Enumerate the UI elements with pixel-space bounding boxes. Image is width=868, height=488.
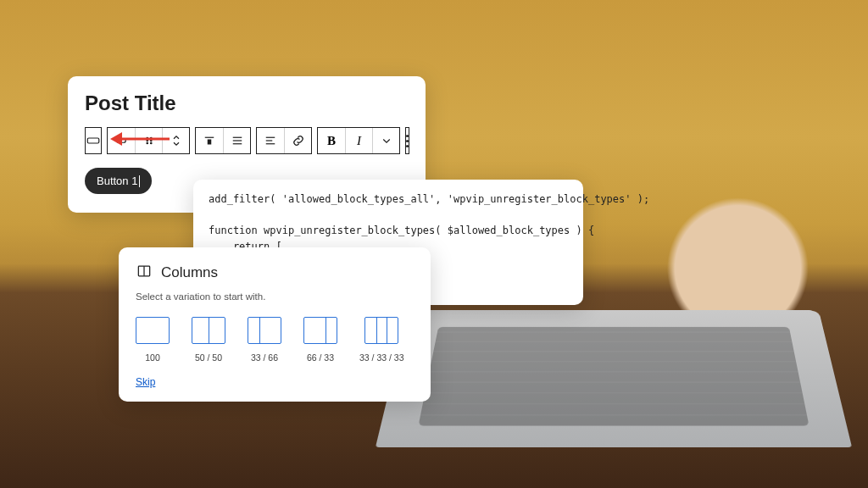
columns-placeholder-card: Columns Select a variation to start with…	[119, 247, 431, 402]
columns-variation-4[interactable]: 33 / 33 / 33	[359, 317, 404, 363]
columns-variation-preview	[192, 317, 225, 344]
columns-variation-label: 66 / 33	[307, 352, 334, 363]
bold-button[interactable]: B	[318, 128, 345, 153]
svg-point-4	[147, 140, 148, 141]
transform-button[interactable]	[108, 128, 135, 153]
columns-variation-label: 50 / 50	[195, 352, 222, 363]
move-up-down-icon[interactable]	[162, 128, 189, 153]
link-button[interactable]	[284, 128, 311, 153]
columns-variation-3[interactable]: 66 / 33	[303, 317, 337, 363]
columns-variation-preview	[364, 317, 398, 344]
svg-rect-0	[87, 138, 99, 143]
skip-link[interactable]: Skip	[136, 376, 414, 388]
button-block[interactable]: Button 1	[85, 168, 152, 194]
svg-rect-9	[208, 140, 212, 145]
svg-point-3	[150, 137, 152, 139]
columns-variation-2[interactable]: 33 / 66	[248, 317, 281, 363]
text-caret	[139, 175, 140, 187]
italic-button[interactable]: I	[345, 128, 372, 153]
more-rich-text-button[interactable]	[372, 128, 399, 153]
laptop-photo	[376, 310, 852, 447]
columns-title: Columns	[161, 264, 218, 281]
columns-variation-1[interactable]: 50 / 50	[192, 317, 225, 363]
svg-point-5	[150, 140, 152, 141]
columns-variation-preview	[248, 317, 281, 344]
columns-variation-preview	[136, 317, 170, 344]
text-align-button[interactable]	[257, 128, 284, 153]
drag-handle-icon[interactable]	[135, 128, 162, 153]
svg-point-2	[147, 137, 148, 139]
columns-hint: Select a variation to start with.	[136, 291, 414, 302]
align-button[interactable]	[196, 128, 223, 153]
columns-variation-0[interactable]: 100	[136, 317, 170, 363]
justify-button[interactable]	[223, 128, 250, 153]
columns-variation-label: 33 / 33 / 33	[359, 352, 404, 363]
svg-point-6	[147, 142, 148, 144]
svg-point-7	[150, 142, 152, 144]
svg-rect-1	[117, 139, 126, 143]
button-block-icon[interactable]	[85, 127, 102, 154]
columns-variation-label: 33 / 66	[251, 352, 278, 363]
columns-icon	[136, 263, 153, 283]
columns-variation-label: 100	[145, 352, 160, 363]
block-toolbar: B I	[85, 127, 409, 154]
button-block-label: Button 1	[97, 175, 137, 187]
columns-variation-row: 10050 / 5033 / 6666 / 3333 / 33 / 33	[136, 317, 414, 363]
post-title[interactable]: Post Title	[85, 92, 409, 115]
columns-variation-preview	[303, 317, 337, 344]
more-options-button[interactable]	[405, 127, 409, 154]
